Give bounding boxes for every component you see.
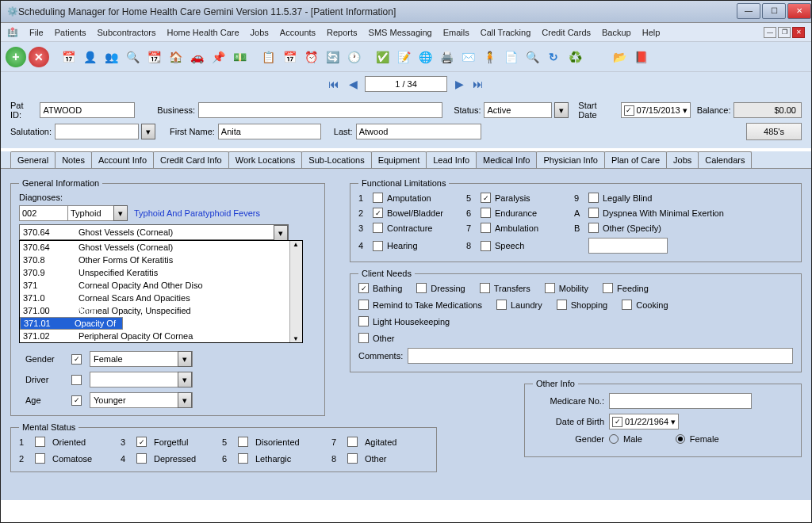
menu-reports[interactable]: Reports xyxy=(327,28,358,37)
list-item[interactable]: 370.64Ghost Vessels (Corneal) xyxy=(20,241,302,254)
user-icon[interactable]: 🧍 xyxy=(480,48,499,67)
fl-other-field[interactable] xyxy=(588,238,668,254)
tab-jobs[interactable]: Jobs xyxy=(666,151,699,168)
tab-credit-card-info[interactable]: Credit Card Info xyxy=(153,151,229,168)
doc-icon[interactable]: 📄 xyxy=(501,48,520,67)
cn-checkbox[interactable] xyxy=(603,283,613,293)
fl-checkbox[interactable]: ✓ xyxy=(373,208,383,218)
tab-calendars[interactable]: Calendars xyxy=(698,151,752,168)
ms-checkbox[interactable] xyxy=(238,453,248,464)
menu-accounts[interactable]: Accounts xyxy=(280,28,316,37)
maximize-button[interactable]: ☐ xyxy=(762,3,786,19)
tab-sub-locations[interactable]: Sub-Locations xyxy=(301,151,371,168)
age-select[interactable]: Younger▾ xyxy=(90,392,193,408)
menu-patients[interactable]: Patients xyxy=(55,28,86,37)
ms-checkbox[interactable] xyxy=(35,437,45,447)
tab-plan-of-care[interactable]: Plan of Care xyxy=(604,151,667,168)
print-icon[interactable]: 🖨️ xyxy=(437,48,456,67)
startdate-field[interactable]: ✓07/15/2013 ▾ xyxy=(621,102,691,118)
prev-record-button[interactable]: ◀ xyxy=(346,77,360,91)
list-item[interactable]: 371.00Corneal Opacity, Unspecified xyxy=(20,304,302,317)
menu-sms[interactable]: SMS Messaging xyxy=(369,28,432,37)
diag-dropdown-list[interactable]: 370.64Ghost Vessels (Corneal) 370.8Other… xyxy=(19,240,303,343)
list-item-selected[interactable]: 371.01Minor Opacity Of Cornea xyxy=(20,317,123,330)
medicare-field[interactable] xyxy=(609,393,752,409)
driver-select[interactable]: ▾ xyxy=(90,372,193,387)
ms-checkbox[interactable] xyxy=(35,453,45,464)
cn-checkbox[interactable] xyxy=(557,300,567,310)
mdi-restore-button[interactable]: ❐ xyxy=(778,27,791,38)
menu-backup[interactable]: Backup xyxy=(602,28,631,37)
calendar-icon[interactable]: 📅 xyxy=(59,48,78,67)
cn-checkbox[interactable]: ✓ xyxy=(358,283,369,293)
485-button[interactable]: 485's xyxy=(746,123,802,140)
recycle-icon[interactable]: ♻️ xyxy=(565,48,584,67)
add-person-icon[interactable]: 👥 xyxy=(102,48,121,67)
menu-homehealthcare[interactable]: Home Health Care xyxy=(167,28,239,37)
minimize-button[interactable]: — xyxy=(737,3,760,19)
add-button[interactable]: + xyxy=(6,47,26,67)
schedule-icon[interactable]: 📆 xyxy=(144,48,163,67)
fl-checkbox[interactable] xyxy=(481,223,491,233)
car-icon[interactable]: 🚗 xyxy=(187,48,206,67)
pin-icon[interactable]: 📌 xyxy=(209,48,228,67)
menu-calltracking[interactable]: Call Tracking xyxy=(481,28,531,37)
delete-button[interactable]: ✕ xyxy=(29,47,49,67)
fl-checkbox[interactable] xyxy=(481,241,491,251)
search-calendar-icon[interactable]: 🔍 xyxy=(123,48,142,67)
gender-select[interactable]: Female▾ xyxy=(90,351,193,367)
fl-checkbox[interactable] xyxy=(588,208,599,218)
check-icon[interactable]: ✅ xyxy=(373,48,392,67)
titlebar[interactable]: ⚙️ Scheduling Manager for Home Health Ca… xyxy=(1,1,811,23)
cn-checkbox[interactable] xyxy=(358,300,369,310)
tab-physician-info[interactable]: Physician Info xyxy=(536,151,604,168)
mail-icon[interactable]: ✉️ xyxy=(458,48,477,67)
menu-subcontractors[interactable]: Subcontractors xyxy=(97,28,155,37)
business-field[interactable] xyxy=(198,102,442,118)
list-item[interactable]: 370.9Unspecified Keratitis xyxy=(20,266,302,279)
diag-dropdown-button[interactable]: ▾ xyxy=(113,205,128,221)
copy-icon[interactable]: 📋 xyxy=(259,48,278,67)
first-record-button[interactable]: ⏮ xyxy=(327,77,341,91)
exit-icon[interactable]: 📕 xyxy=(631,48,650,67)
list-item[interactable]: 371.0Corneal Scars And Opacities xyxy=(20,292,302,304)
diag-code-field[interactable] xyxy=(19,205,68,221)
menu-file[interactable]: File xyxy=(29,28,44,37)
person-icon[interactable]: 👤 xyxy=(80,48,99,67)
firstname-field[interactable] xyxy=(218,124,321,139)
list-item[interactable]: 370.8Other Forms Of Keratitis xyxy=(20,254,302,266)
salutation-dropdown-button[interactable]: ▾ xyxy=(141,124,155,139)
dob-field[interactable]: ✓01/22/1964 ▾ xyxy=(609,414,679,429)
tab-medical-info[interactable]: Medical Info xyxy=(476,151,537,168)
menu-jobs[interactable]: Jobs xyxy=(251,28,269,37)
gender-checkbox[interactable]: ✓ xyxy=(71,354,82,365)
gender-male-radio[interactable] xyxy=(609,434,619,444)
cn-checkbox[interactable] xyxy=(480,283,490,293)
startdate-checkbox[interactable]: ✓ xyxy=(624,105,634,116)
gender-female-radio[interactable] xyxy=(676,434,685,444)
fl-checkbox[interactable] xyxy=(373,193,383,203)
mdi-close-button[interactable]: ✕ xyxy=(792,27,805,38)
globe-icon[interactable]: 🌐 xyxy=(416,48,435,67)
age-checkbox[interactable]: ✓ xyxy=(71,395,82,406)
fl-checkbox[interactable] xyxy=(373,223,383,233)
tab-notes[interactable]: Notes xyxy=(55,151,92,168)
ms-checkbox[interactable] xyxy=(136,453,147,464)
fl-checkbox[interactable]: ✓ xyxy=(481,193,491,203)
refresh-icon[interactable]: ↻ xyxy=(544,48,563,67)
list-item[interactable]: 371Corneal Opacity And Other Diso xyxy=(20,279,302,292)
tab-account-info[interactable]: Account Info xyxy=(91,151,154,168)
status-dropdown-button[interactable]: ▾ xyxy=(554,102,569,118)
cn-checkbox[interactable] xyxy=(545,283,555,293)
last-field[interactable] xyxy=(356,124,481,139)
diag-name-field[interactable] xyxy=(68,205,114,221)
tab-equipment[interactable]: Equipment xyxy=(371,151,427,168)
comments-field[interactable] xyxy=(408,348,793,364)
cn-checkbox[interactable] xyxy=(622,300,632,310)
patid-field[interactable] xyxy=(40,102,135,118)
next-record-button[interactable]: ▶ xyxy=(452,77,466,91)
diag-secondary-dropdown[interactable]: 370.64 Ghost Vessels (Corneal) ▾ 370.64G… xyxy=(19,224,289,240)
note-icon[interactable]: 📝 xyxy=(394,48,413,67)
open-folder-icon[interactable]: 📂 xyxy=(610,48,629,67)
menu-help[interactable]: Help xyxy=(642,28,661,37)
